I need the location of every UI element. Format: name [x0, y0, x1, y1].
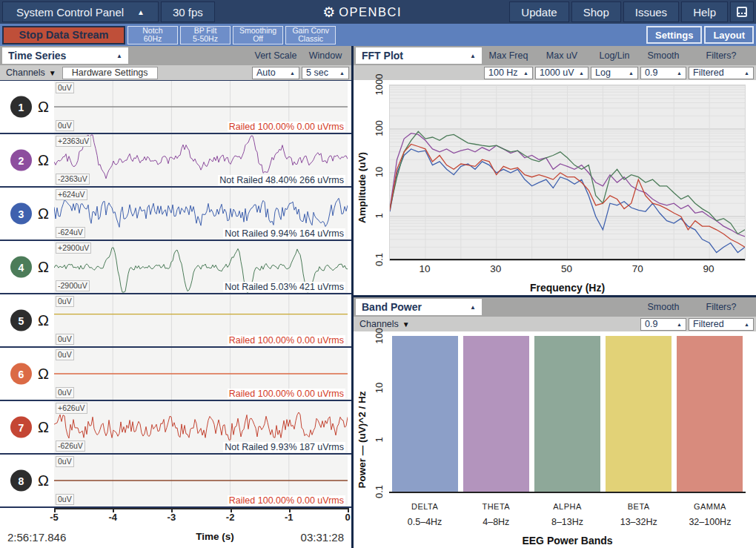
log-lin-dropdown[interactable]: Log ▲	[591, 67, 638, 79]
channel-1-impedance-button[interactable]: Ω	[38, 99, 49, 116]
window-dropdown[interactable]: 5 sec ▲	[302, 67, 349, 79]
time-series-widget-dropdown[interactable]: Time Series ▲	[2, 47, 128, 64]
scale-label-top: 0uV	[56, 349, 74, 360]
channel-5-impedance-button[interactable]: Ω	[38, 312, 49, 329]
hardware-settings-button[interactable]: Hardware Settings	[62, 67, 158, 79]
channel-8-impedance-button[interactable]: Ω	[38, 472, 49, 489]
scale-label-bottom: -2900uV	[56, 280, 90, 291]
band-filters-dropdown[interactable]: Filtered ▲	[689, 318, 754, 331]
dropdown-arrow-icon: ▲	[287, 70, 295, 76]
band-range-label: 32–100Hz	[674, 517, 746, 527]
channel-4-impedance-button[interactable]: Ω	[38, 259, 49, 276]
channel-row-6: 6Ω0uV0uVRailed 100.00% 0.00 uVrms	[0, 348, 351, 401]
fps-indicator[interactable]: 30 fps	[161, 1, 215, 22]
log-lin-label: Log/Lin	[591, 50, 638, 61]
fft-x-axis-label: Frequency (Hz)	[389, 282, 746, 294]
bandpass-value: 5-50Hz	[193, 35, 218, 43]
band-name-label: GAMMA	[674, 502, 746, 511]
fft-x-tick: 70	[632, 263, 643, 274]
layout-button[interactable]: Layout	[704, 26, 754, 44]
band-range-label: 13–32Hz	[603, 517, 674, 527]
gain-conv-button[interactable]: Gain Conv Classic	[285, 26, 336, 44]
elapsed-time: 2:56:17.846	[7, 531, 66, 544]
band-smooth-dropdown[interactable]: 0.9 ▲	[640, 318, 686, 331]
channel-8-plot: 0uV0uVRailed 100.00% 0.00 uVrms	[54, 455, 348, 506]
band-y-tick: 0.1	[374, 485, 385, 498]
max-freq-value: 100 Hz	[488, 67, 518, 78]
help-button[interactable]: Help	[681, 1, 728, 22]
max-freq-dropdown[interactable]: 100 Hz ▲	[484, 67, 533, 79]
channel-rows: 1Ω0uV0uVRailed 100.00% 0.00 uVrms2Ω+2363…	[0, 80, 351, 508]
time-axis-label: Time (s)	[196, 531, 234, 542]
gain-conv-value: Classic	[298, 35, 323, 43]
band-smooth-label: Smooth	[640, 302, 686, 312]
channel-2-plot: +2363uV-2363uVNot Railed 48.40% 266 uVrm…	[54, 134, 348, 186]
fft-body: Amplitude (uV) Frequency (Hz) 1000100101…	[354, 80, 756, 295]
console-window-icon	[737, 7, 747, 17]
window-value: 5 sec	[306, 67, 328, 78]
time-series-footer: 2:56:17.846 Time (s) 03:31:28	[0, 526, 351, 548]
issues-button[interactable]: Issues	[623, 1, 679, 22]
settings-button[interactable]: Settings	[646, 26, 702, 44]
band-filters-label: Filters?	[689, 302, 754, 312]
scale-label-top: +2900uV	[56, 242, 91, 254]
bandpass-filter-button[interactable]: BP Filt 5-50Hz	[180, 26, 231, 44]
channel-6-impedance-button[interactable]: Ω	[38, 366, 49, 383]
channel-3-plot: +624uV-624uVNot Railed 9.94% 164 uVrms	[54, 188, 348, 240]
update-button[interactable]: Update	[509, 1, 568, 22]
channel-3-toggle[interactable]: 3	[10, 203, 32, 225]
openbci-gui-window: System Control Panel ▲ 30 fps ⚙ OpenBCI …	[0, 0, 756, 548]
channel-6-toggle[interactable]: 6	[10, 363, 32, 385]
time-axis-tick: -4	[108, 512, 117, 523]
channel-7-impedance-button[interactable]: Ω	[38, 419, 49, 436]
channel-2-impedance-button[interactable]: Ω	[38, 152, 49, 169]
band-name-label: ALPHA	[531, 502, 603, 511]
time-series-header: Time Series ▲ Vert Scale Window	[0, 46, 351, 65]
dropdown-arrow-icon: ▲	[520, 70, 528, 76]
channel-1-toggle[interactable]: 1	[10, 96, 32, 118]
channel-3-impedance-button[interactable]: Ω	[38, 205, 49, 222]
vert-scale-label: Vert Scale	[252, 50, 299, 61]
vert-scale-value: Auto	[256, 67, 276, 78]
stop-data-stream-button[interactable]: Stop Data Stream	[2, 26, 125, 44]
scale-label-bottom: -624uV	[56, 227, 85, 238]
channel-6-plot: 0uV0uVRailed 100.00% 0.00 uVrms	[54, 348, 348, 400]
fft-smooth-value: 0.9	[645, 67, 657, 78]
console-window-button[interactable]	[730, 1, 754, 22]
fft-smooth-dropdown[interactable]: 0.9 ▲	[640, 67, 686, 79]
scale-label-bottom: 0uV	[56, 494, 74, 505]
channel-8-toggle[interactable]: 8	[10, 470, 32, 492]
band-bar-beta	[606, 336, 672, 492]
railed-status: Not Railed 9.93% 187 uVrms	[223, 442, 345, 452]
channel-2-toggle[interactable]: 2	[10, 150, 32, 171]
system-control-panel-button[interactable]: System Control Panel ▲	[2, 1, 159, 22]
channel-7-toggle[interactable]: 7	[10, 417, 32, 438]
railed-status: Railed 100.00% 0.00 uVrms	[228, 389, 345, 399]
vert-scale-dropdown[interactable]: Auto ▲	[252, 67, 299, 79]
openbci-logo-icon: ⚙	[322, 5, 335, 19]
dropdown-arrow-icon: ▲	[674, 322, 682, 327]
fft-filters-dropdown[interactable]: Filtered ▲	[689, 67, 754, 79]
smoothing-button[interactable]: Smoothing Off	[233, 26, 283, 44]
fft-subheader: 100 Hz ▲ 1000 uV ▲ Log ▲ 0.9 ▲	[354, 65, 756, 80]
dropdown-arrow-icon: ▲	[336, 70, 345, 76]
time-axis-tick: -3	[168, 512, 176, 523]
band-smooth-value: 0.9	[645, 319, 657, 329]
channels-dropdown-button[interactable]: Channels ▼	[2, 67, 60, 78]
max-uv-dropdown[interactable]: 1000 uV ▲	[535, 67, 588, 79]
shop-button[interactable]: Shop	[571, 1, 621, 22]
channel-row-1: 1Ω0uV0uVRailed 100.00% 0.00 uVrms	[0, 81, 351, 134]
notch-filter-button[interactable]: Notch 60Hz	[127, 26, 178, 44]
band-power-widget-dropdown[interactable]: Band Power ▲	[356, 299, 482, 315]
scale-label-bottom: 0uV	[56, 387, 74, 398]
fft-y-tick: 1000	[374, 74, 385, 96]
fft-header: FFT Plot ▲ Max Freq Max uV Log/Lin Smoot…	[354, 46, 756, 65]
channel-5-toggle[interactable]: 5	[10, 310, 32, 331]
band-name-label: THETA	[460, 502, 531, 511]
band-bar-gamma	[677, 336, 743, 492]
fft-y-axis-label: Amplitude (uV)	[357, 152, 368, 223]
dropdown-arrow-icon: ▲	[116, 53, 122, 59]
fft-widget-dropdown[interactable]: FFT Plot ▲	[356, 47, 482, 64]
band-power-title: Band Power	[362, 301, 422, 313]
channel-4-toggle[interactable]: 4	[10, 257, 32, 278]
